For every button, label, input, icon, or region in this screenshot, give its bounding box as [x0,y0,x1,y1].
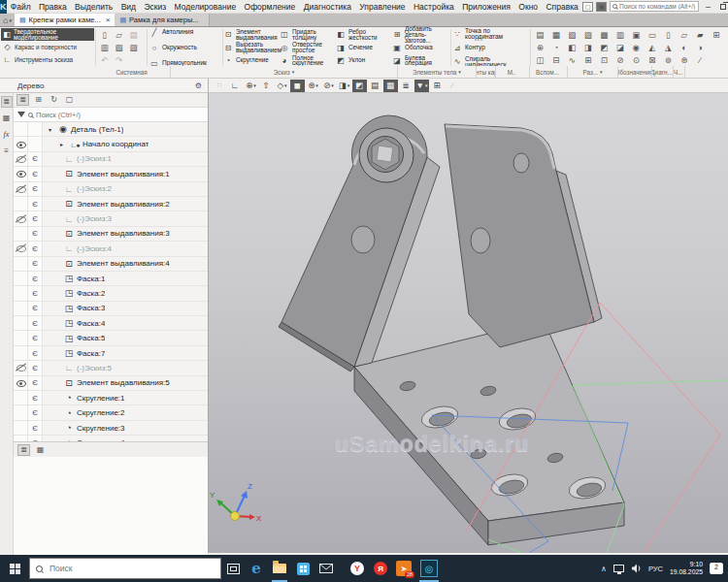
exclude-flag[interactable]: Є [28,436,43,441]
tool-icon[interactable]: ▭ [645,29,661,42]
tool-icon[interactable]: ◉ [628,42,645,54]
exclude-flag[interactable] [28,122,43,136]
tree-item[interactable]: Є Элемент выдавливания:1 [14,167,208,181]
system-tool-icon[interactable]: ▧ [112,42,126,54]
tree-item[interactable]: Є Фаска:1 [14,272,208,286]
hex-socket-boss[interactable] [359,128,414,182]
exclude-flag[interactable]: Є [28,152,43,166]
exclude-flag[interactable]: Є [28,242,43,255]
exclude-flag[interactable]: Є [28,331,43,344]
ribbon-button[interactable]: ○ Окружность [149,44,221,52]
system-tool-icon[interactable]: ▤ [126,29,141,42]
kompas-app-button[interactable]: ◎ [415,555,443,582]
tree-item[interactable]: Є Фаска:7 [14,346,208,361]
visibility-cell[interactable] [14,211,28,225]
visibility-cell[interactable] [14,391,28,404]
tree-item[interactable]: Є Фаска:3 [14,302,208,316]
menu-item[interactable]: Управление [355,2,410,12]
action-center-button[interactable]: 2 [710,563,723,574]
visibility-cell[interactable] [14,137,28,150]
tree-item[interactable]: Є (-)Эскиз:5 [14,361,208,375]
tree-item[interactable]: Є Элемент выдавливания:4 [14,257,208,272]
menu-item[interactable]: Файл [7,2,35,12]
visibility-cell[interactable] [14,257,28,271]
exclude-flag[interactable] [28,137,43,150]
tool-icon[interactable]: ▯ [660,29,677,42]
group-label[interactable]: Вспом... [530,66,568,78]
exclude-flag[interactable]: Є [28,405,43,419]
viewport-tool-button[interactable]: ▦ [383,80,398,92]
tool-icon[interactable]: ◧ [564,42,580,54]
viewport-tool-button[interactable]: ◨ ▾ [337,80,351,92]
tool-icon[interactable] [709,42,725,54]
menu-item[interactable]: Настройка [410,2,458,12]
tree-item[interactable]: Є (-)Эскиз:3 [14,211,208,226]
language-indicator[interactable]: РУС [648,565,663,573]
tool-icon[interactable]: ◔ [548,42,565,54]
tree-toolbar-icon[interactable]: ▢ [63,94,76,106]
visibility-cell[interactable] [14,242,28,255]
tree-search-input[interactable] [36,111,204,119]
tree-item[interactable]: Є Элемент выдавливания:3 [14,227,208,242]
rail-panel-icon[interactable]: ▦ [1,113,13,124]
tab-params-icon[interactable]: ▦ [34,444,47,456]
ribbon-button[interactable]: ⊟ Вырезать выдавливанием [223,41,280,53]
tree-item[interactable]: Є Скругление:3 [14,421,208,436]
menu-item[interactable]: Выделить [71,2,117,12]
command-search-input[interactable] [619,3,697,10]
viewport-tool-button[interactable]: ⇧ [259,80,274,92]
group-label[interactable]: Элементы тела ▾ [398,66,477,78]
document-tab[interactable]: ▤ Рамка для камеры... [115,14,209,26]
visibility-cell[interactable] [14,167,28,180]
edge-button[interactable]: e [245,555,268,582]
viewport-tool-button[interactable]: ∷ [213,80,227,92]
exclude-flag[interactable]: Є [28,391,43,404]
tree-item[interactable]: Є Скругление:1 [14,391,208,405]
visibility-cell[interactable] [14,182,28,196]
group-label[interactable]: Эскиз ▾ [171,66,398,78]
home-button[interactable]: ⌂ ▾ [0,14,15,26]
tab-tree-icon[interactable]: ≣ [17,444,30,456]
menu-item[interactable]: Справка [542,2,582,12]
tool-icon[interactable]: ▱ [677,29,693,42]
viewport-tool-button[interactable]: ▤ [368,80,382,92]
group-label[interactable]: Элементы каркаса ▾ [477,66,496,78]
visibility-cell[interactable] [14,302,28,315]
exclude-flag[interactable]: Є [28,227,43,241]
tool-icon[interactable]: ▨ [580,29,597,42]
exclude-flag[interactable]: Є [28,257,43,271]
tool-icon[interactable]: ◭ [645,42,661,54]
tree-item[interactable]: Є Элемент выдавливания:5 [14,376,208,391]
viewport-tool-button[interactable]: ⊕ ▾ [244,80,258,92]
visibility-cell[interactable] [14,272,28,285]
taskbar-search[interactable] [29,558,221,579]
group-label[interactable]: Системная [95,66,171,78]
mode-button[interactable]: ∟ Инструменты эскиза [1,53,94,66]
ribbon-button[interactable]: ⊡ Элемент выдавливания [223,28,280,41]
tool-icon[interactable]: ◨ [580,42,597,54]
tree-item[interactable]: Є (-)Эскиз:1 [14,152,208,167]
rail-panel-icon[interactable]: fx [1,129,13,141]
viewport-tool-button[interactable]: ◼ [290,80,305,92]
ribbon-button[interactable]: ▣ Оболочка [392,41,448,53]
tool-icon[interactable]: ▩ [596,29,612,42]
tree-toolbar-icon[interactable]: ↻ [48,94,60,106]
gear-icon[interactable]: ⚙ [195,81,208,90]
expander-icon[interactable]: ▸ [60,141,69,147]
visibility-cell[interactable] [14,436,28,441]
viewport-3d[interactable]: X Y Z uSamodelkina.ru [209,93,728,553]
system-tool-icon[interactable]: ▨ [126,42,141,54]
taskbar-search-input[interactable] [48,563,215,574]
expander-icon[interactable]: ▾ [49,126,57,133]
tree-item[interactable]: ▾ Деталь (Тел-1) [14,122,208,137]
clock[interactable]: 9:10 19.08.2025 [670,561,703,577]
tree-item[interactable]: Є Фаска:4 [14,316,208,331]
tool-icon[interactable]: ⊞ [709,29,725,42]
menu-item[interactable]: Окно [514,2,542,12]
visibility-cell[interactable] [14,346,28,360]
yandex-app-button[interactable]: Я [369,555,392,582]
exclude-flag[interactable]: Є [28,376,43,390]
tree-item[interactable]: ▸ Начало координат [14,137,208,151]
menu-item[interactable]: Правка [35,2,71,12]
volume-icon[interactable] [631,564,642,573]
